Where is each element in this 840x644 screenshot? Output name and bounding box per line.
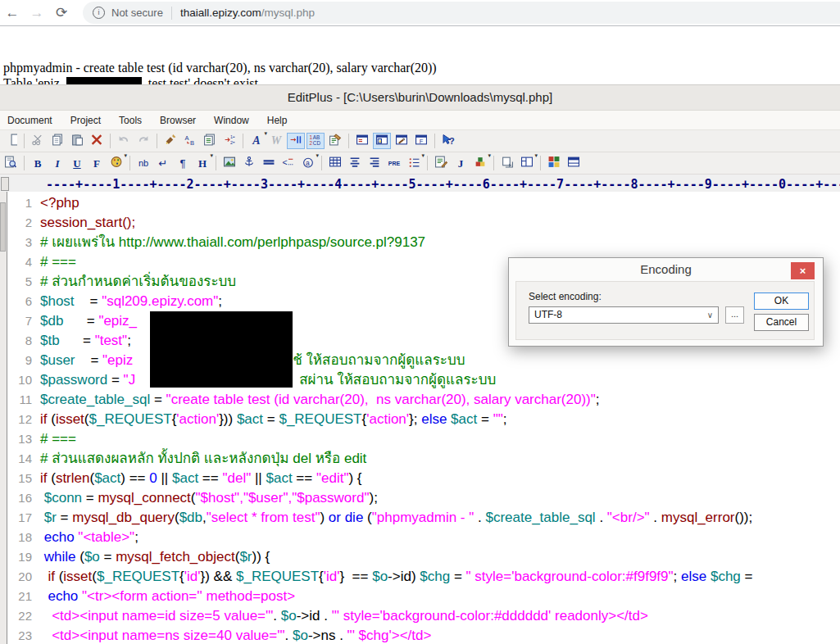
cliptext-panel-button[interactable]: [393, 133, 411, 149]
ok-button[interactable]: OK: [754, 293, 809, 310]
forward-icon[interactable]: →: [25, 5, 49, 21]
line-number: 10: [7, 370, 40, 390]
align-center-button[interactable]: [346, 155, 364, 171]
code-token: ->id): [388, 569, 420, 584]
anchor-button[interactable]: [240, 155, 258, 171]
nonbreaking-space-button[interactable]: nb: [134, 155, 152, 171]
new-document-icon: [4, 134, 17, 149]
paragraph-button[interactable]: ¶: [174, 155, 192, 171]
reload-icon[interactable]: ⟳: [49, 4, 74, 21]
comment-button[interactable]: <: [279, 155, 297, 171]
svg-text:a: a: [306, 158, 310, 166]
image-button[interactable]: [220, 155, 238, 171]
font-button[interactable]: A▾: [247, 133, 266, 149]
heading-button[interactable]: H▾: [193, 155, 211, 171]
table-button[interactable]: [326, 155, 344, 171]
menu-tools[interactable]: Tools: [119, 115, 142, 126]
code-token: =: [75, 352, 103, 368]
underline-button[interactable]: U: [68, 155, 86, 171]
code-token: $chg: [711, 569, 741, 584]
split-window-button[interactable]: [565, 155, 583, 171]
document-list-button[interactable]: [353, 133, 371, 149]
view-in-browser-button[interactable]: [545, 155, 563, 171]
menu-help[interactable]: Help: [267, 115, 288, 126]
align-right-button[interactable]: [366, 155, 384, 171]
menu-window[interactable]: Window: [214, 115, 249, 126]
line-break-button[interactable]: ↵: [154, 155, 172, 171]
code-token: .: [273, 608, 280, 624]
text-color-button[interactable]: ▾: [107, 155, 125, 171]
dropdown-caret-icon: ▾: [210, 152, 213, 159]
copy-tag-button[interactable]: [498, 155, 516, 171]
underline-glyph: U: [73, 158, 80, 169]
toolbar-separator: [216, 156, 216, 170]
java-applet-button[interactable]: J: [452, 155, 470, 171]
encoding-select[interactable]: UTF-8 ∨: [529, 306, 719, 324]
code-token: =: [477, 411, 493, 427]
directory-panel-button[interactable]: [373, 133, 391, 149]
paste-button[interactable]: [68, 133, 86, 149]
line-number: 14: [7, 449, 40, 469]
cut-button[interactable]: [29, 133, 47, 149]
copy-button[interactable]: [48, 133, 66, 149]
line-number: 6: [7, 292, 40, 311]
dropdown-caret-icon: ▾: [534, 152, 538, 159]
horizontal-rule-button[interactable]: [260, 155, 278, 171]
italic-button[interactable]: I: [48, 155, 66, 171]
horizontal-rule-icon: [262, 156, 275, 171]
edit-settings-button[interactable]: [326, 133, 344, 149]
menu-project[interactable]: Project: [70, 115, 101, 126]
delete-button[interactable]: [88, 133, 106, 149]
word-count-button[interactable]: W: [267, 133, 285, 149]
code-token: };: [409, 411, 421, 427]
browse-button[interactable]: ...: [725, 306, 744, 324]
ruler-corner: [1, 177, 9, 191]
bold-button[interactable]: B: [29, 155, 47, 171]
code-token: =: [150, 392, 166, 407]
column-select-button[interactable]: 1AB2CD: [306, 133, 325, 149]
list-button[interactable]: ▾: [405, 155, 423, 171]
form-button[interactable]: [432, 155, 450, 171]
cancel-button[interactable]: Cancel: [754, 314, 809, 331]
code-token: $act: [451, 411, 477, 427]
window-title[interactable]: EditPlus - [C:\Users\burin\Downloads\mys…: [0, 85, 840, 111]
context-help-button[interactable]: ?: [439, 133, 457, 149]
address-bar[interactable]: i Not secure thaiall.epizy.com/mysql.php: [83, 2, 840, 24]
toolbar-separator: [157, 134, 157, 148]
find-icon: [164, 134, 177, 149]
preformatted-button[interactable]: PRE: [385, 155, 403, 171]
menu-document[interactable]: Document: [7, 115, 52, 126]
font-tag-button[interactable]: F: [88, 155, 106, 171]
word-wrap-button[interactable]: [287, 133, 305, 149]
object-button[interactable]: ▾: [471, 155, 489, 171]
browser-preview-button[interactable]: [2, 155, 20, 171]
new-document-button[interactable]: [2, 133, 20, 149]
form-icon: [434, 156, 447, 171]
code-token: .: [650, 510, 661, 525]
find-in-files-button[interactable]: [201, 133, 219, 149]
function-list-button[interactable]: F: [412, 133, 430, 149]
find-button[interactable]: [161, 133, 179, 149]
java-applet-glyph: J: [458, 158, 464, 169]
code-token: $chg: [420, 569, 450, 584]
encoding-selected-value: UTF-8: [534, 309, 562, 320]
chevron-down-icon[interactable]: ∨: [707, 307, 713, 323]
frame-button[interactable]: ▾: [518, 155, 536, 171]
code-token: else: [421, 411, 447, 427]
menu-browser[interactable]: Browser: [160, 115, 196, 126]
menu-bar: DocumentProjectToolsBrowserWindowHelp: [0, 111, 840, 130]
left-scrollbar[interactable]: [0, 192, 7, 644]
go-to-line-button[interactable]: 12: [220, 133, 238, 149]
back-icon[interactable]: ←: [0, 5, 25, 21]
replace-button[interactable]: AB: [181, 133, 199, 149]
undo-button[interactable]: [115, 133, 133, 149]
code-token: $host: [40, 293, 75, 309]
info-icon[interactable]: i: [93, 7, 105, 19]
code-token: $_REQUEST: [89, 411, 172, 427]
code-token: "del": [222, 470, 251, 486]
frame-icon: [520, 156, 534, 171]
redo-button[interactable]: [134, 133, 152, 149]
special-character-button[interactable]: a▾: [299, 155, 317, 171]
close-icon[interactable]: ×: [791, 262, 815, 279]
scrollbar-thumb[interactable]: [0, 202, 6, 252]
